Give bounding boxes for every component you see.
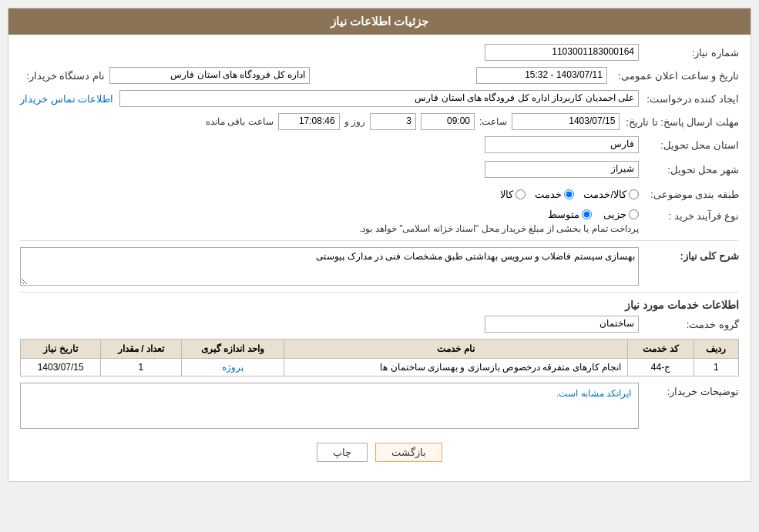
category-label: طبقه بندی موضوعی: bbox=[639, 189, 739, 200]
deadline-remaining: 17:08:46 bbox=[278, 113, 340, 130]
requester-org-label: نام دستگاه خریدار: bbox=[20, 70, 105, 82]
province-label: استان محل تحویل: bbox=[639, 139, 739, 151]
purchase-type-radio-group: جزیی متوسط bbox=[20, 209, 639, 220]
city-value: شیراز bbox=[485, 161, 639, 178]
col-service-name: نام خدمت bbox=[284, 340, 628, 359]
col-date: تاریخ نیاز bbox=[21, 340, 101, 359]
buyer-desc-text: ایرانکد مشابه است. bbox=[25, 385, 634, 402]
print-button[interactable]: چاپ bbox=[317, 443, 368, 462]
deadline-date: 1403/07/15 bbox=[512, 113, 620, 130]
description-textarea[interactable]: بهسازی سیستم فاضلاب و سرویس بهداشتی طبق … bbox=[20, 247, 639, 286]
province-value: فارس bbox=[485, 136, 639, 153]
need-number-value: 1103001183000164 bbox=[485, 44, 639, 61]
deadline-time-label: ساعت: bbox=[479, 116, 507, 127]
back-button[interactable]: بازگشت bbox=[375, 443, 442, 462]
cell-row-num: 1 bbox=[694, 359, 738, 376]
col-service-code: کد خدمت bbox=[628, 340, 694, 359]
purchase-type-label: نوع فرآیند خرید : bbox=[639, 209, 739, 222]
deadline-days-label: روز و bbox=[344, 116, 365, 127]
page-header: جزئیات اطلاعات نیاز bbox=[8, 8, 751, 35]
cell-service-code: ج-44 bbox=[628, 359, 694, 376]
city-label: شهر محل تحویل: bbox=[639, 164, 739, 176]
col-row-num: ردیف bbox=[694, 340, 738, 359]
announcement-date-label: تاریخ و ساعت اعلان عمومی: bbox=[612, 70, 739, 82]
buyer-desc-label: توضیحات خریدار: bbox=[639, 383, 739, 397]
separator-2 bbox=[20, 292, 739, 293]
category-kala-label: کالا bbox=[500, 189, 513, 200]
deadline-days: 3 bbox=[370, 113, 416, 130]
purchase-type-motavaset[interactable]: متوسط bbox=[548, 209, 592, 220]
service-group-label: گروه خدمت: bbox=[639, 319, 739, 330]
col-quantity: تعداد / مقدار bbox=[101, 340, 181, 359]
cell-quantity: 1 bbox=[101, 359, 181, 376]
need-number-label: شماره نیاز: bbox=[639, 47, 739, 59]
deadline-time: 09:00 bbox=[421, 113, 475, 130]
contact-link[interactable]: اطلاعات تماس خریدار bbox=[20, 93, 113, 105]
category-kala-khedmat-label: کالا/خدمت bbox=[583, 189, 626, 200]
purchase-type-jozi-label: جزیی bbox=[603, 209, 626, 220]
col-unit: واحد اندازه گیری bbox=[181, 340, 284, 359]
services-section: ردیف کد خدمت نام خدمت واحد اندازه گیری ت… bbox=[20, 339, 739, 376]
separator-1 bbox=[20, 240, 739, 241]
creator-label: ایجاد کننده درخواست: bbox=[639, 93, 739, 105]
cell-date: 1403/07/15 bbox=[21, 359, 101, 376]
table-row: 1 ج-44 انجام کارهای متفرقه درخصوص بازساز… bbox=[21, 359, 739, 376]
deadline-remaining-label: ساعت باقی مانده bbox=[206, 116, 274, 127]
category-radio-group: کالا/خدمت خدمت کالا bbox=[500, 189, 639, 200]
buttons-row: بازگشت چاپ bbox=[20, 435, 739, 473]
purchase-type-jozi[interactable]: جزیی bbox=[603, 209, 639, 220]
cell-service-name: انجام کارهای متفرقه درخصوص بازسازی و بهس… bbox=[284, 359, 628, 376]
category-kala-khedmat[interactable]: کالا/خدمت bbox=[583, 189, 639, 200]
creator-value: علی احمدیان کاربرداز اداره کل فرودگاه ها… bbox=[119, 90, 639, 107]
services-table: ردیف کد خدمت نام خدمت واحد اندازه گیری ت… bbox=[20, 339, 739, 376]
service-group-value: ساختمان bbox=[485, 316, 639, 333]
services-section-title: اطلاعات خدمات مورد نیاز bbox=[20, 299, 739, 311]
deadline-label: مهلت ارسال پاسخ: تا تاریخ: bbox=[626, 116, 739, 128]
category-khedmat[interactable]: خدمت bbox=[535, 189, 574, 200]
purchase-type-motavaset-label: متوسط bbox=[548, 209, 579, 220]
category-khedmat-label: خدمت bbox=[535, 189, 562, 200]
cell-unit[interactable]: پروژه bbox=[181, 359, 284, 376]
category-kala[interactable]: کالا bbox=[500, 189, 526, 200]
purchase-type-desc: پرداخت تمام یا بخشی از مبلغ خریدار محل "… bbox=[20, 223, 639, 234]
announcement-date-value: 1403/07/11 - 15:32 bbox=[476, 67, 607, 84]
description-label: شرح کلی نیاز: bbox=[639, 247, 739, 262]
requester-org-value: اداره کل فرودگاه های استان فارس bbox=[109, 67, 310, 84]
